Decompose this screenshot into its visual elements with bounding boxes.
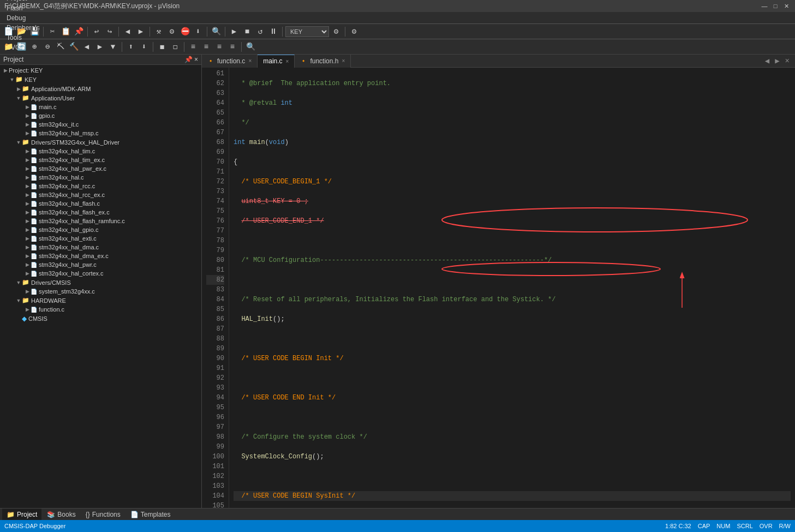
stop2-btn[interactable]: ■: [241, 26, 253, 38]
open-file-btn[interactable]: 📂: [15, 26, 27, 38]
t2-btn5[interactable]: ⛏: [55, 41, 67, 53]
tab-project[interactable]: 📁 Project: [2, 509, 41, 520]
tab-function-c[interactable]: 🔸 function.c ×: [202, 55, 258, 68]
sidebar-item-drivers-hal[interactable]: ▼ 📁 Drivers/STM32G4xx_HAL_Driver: [0, 138, 201, 147]
t2-btn1[interactable]: 📁: [2, 41, 14, 53]
sidebar-item-hal-flash[interactable]: ▶ 📄 stm32g4xx_hal_flash.c: [0, 199, 201, 208]
project-tab-label: Project: [17, 511, 37, 518]
tabs-scroll-right[interactable]: ▶: [773, 56, 781, 65]
file-icon-gpio: 📄: [31, 113, 37, 119]
code-editor[interactable]: 6162636465 6667686970 7172737475 7677787…: [202, 68, 795, 508]
sidebar-item-hal-tim-ex[interactable]: ▶ 📄 stm32g4xx_hal_tim_ex.c: [0, 156, 201, 164]
tab-main-c[interactable]: main.c ×: [258, 55, 295, 68]
nav-fwd-btn[interactable]: ▶: [135, 26, 147, 38]
tab-label-function-h: function.h: [310, 57, 338, 65]
t2-btn4[interactable]: ⊖: [41, 41, 53, 53]
folder-icon-user: 📁: [22, 94, 29, 101]
target-select[interactable]: KEY: [285, 26, 329, 37]
sidebar-item-app-user[interactable]: ▼ 📁 Application/User: [0, 93, 201, 103]
cut-btn[interactable]: ✂: [46, 26, 58, 38]
run-btn[interactable]: ▶: [228, 26, 240, 38]
code-content[interactable]: * @brief The application entry point. * …: [229, 68, 795, 508]
sidebar-item-msp-c[interactable]: ▶ 📄 stm32g4xx_hal_msp.c: [0, 129, 201, 138]
sidebar-item-hal-pwr[interactable]: ▶ 📄 stm32g4xx_hal_pwr.c: [0, 260, 201, 269]
t2-btn17[interactable]: ≡: [226, 41, 238, 53]
breakall-btn[interactable]: ⏸: [267, 26, 279, 38]
sidebar-item-function-c[interactable]: ▶ 📄 function.c: [0, 305, 201, 314]
titlebar-controls[interactable]: — □ ✕: [760, 2, 791, 10]
save-btn[interactable]: 💾: [28, 26, 40, 38]
tab-close-main[interactable]: ×: [286, 58, 289, 64]
t2-btn14[interactable]: ≡: [187, 41, 199, 53]
t2-btn8[interactable]: ▶: [94, 41, 106, 53]
sidebar-item-hal-cortex[interactable]: ▶ 📄 stm32g4xx_hal_cortex.c: [0, 269, 201, 278]
menubar: FileEditViewProjectFlashDebugPeripherals…: [0, 12, 795, 24]
sidebar-item-hardware[interactable]: ▼ 📁 HARDWARE: [0, 296, 201, 305]
menu-item-debug[interactable]: Debug: [2, 13, 44, 23]
t2-btn3[interactable]: ⊕: [28, 41, 40, 53]
editor-tabs: 🔸 function.c × main.c × 🔸 function.h × ◀…: [202, 55, 795, 68]
sidebar-item-hal-exti[interactable]: ▶ 📄 stm32g4xx_hal_exti.c: [0, 234, 201, 243]
maximize-button[interactable]: □: [771, 2, 780, 10]
sidebar-item-hal-rcc-ex[interactable]: ▶ 📄 stm32g4xx_hal_rcc_ex.c: [0, 190, 201, 199]
tab-function-h[interactable]: 🔸 function.h ×: [295, 55, 351, 68]
paste-btn[interactable]: 📌: [73, 26, 85, 38]
sidebar-item-hal-gpio[interactable]: ▶ 📄 stm32g4xx_hal_gpio.c: [0, 225, 201, 234]
tab-templates[interactable]: 📄 Templates: [126, 509, 175, 520]
build-all-btn[interactable]: ⚙: [166, 26, 178, 38]
tab-close-function-h[interactable]: ×: [342, 58, 345, 64]
tabs-close-all[interactable]: ×: [783, 57, 792, 65]
new-file-btn[interactable]: 📄: [2, 26, 14, 38]
sidebar-item-hal-pwr-ex[interactable]: ▶ 📄 stm32g4xx_hal_pwr_ex.c: [0, 164, 201, 173]
menu-item-flash[interactable]: Flash: [2, 3, 44, 13]
tab-functions[interactable]: {} Functions: [81, 509, 125, 520]
t2-btn9[interactable]: ▼: [107, 41, 119, 53]
redo-btn[interactable]: ↪: [104, 26, 116, 38]
sidebar-item-it-c[interactable]: ▶ 📄 stm32g4xx_it.c: [0, 120, 201, 129]
more-btn[interactable]: ⚙: [348, 26, 360, 38]
t2-btn2[interactable]: 🔄: [15, 41, 27, 53]
tab-books[interactable]: 📚 Books: [43, 509, 80, 520]
target-options-btn[interactable]: ⚙: [330, 26, 342, 38]
t2-btn12[interactable]: ◼: [156, 41, 168, 53]
sidebar-item-hal-dma[interactable]: ▶ 📄 stm32g4xx_hal_dma.c: [0, 243, 201, 252]
tab-close-function[interactable]: ×: [248, 58, 252, 64]
minimize-button[interactable]: —: [760, 2, 769, 10]
copy-btn[interactable]: 📋: [59, 26, 71, 38]
sidebar-item-hal[interactable]: ▶ 📄 stm32g4xx_hal.c: [0, 173, 201, 182]
sidebar-item-hal-rcc[interactable]: ▶ 📄 stm32g4xx_hal_rcc.c: [0, 182, 201, 190]
sidebar-item-gpio-c[interactable]: ▶ 📄 gpio.c: [0, 111, 201, 120]
debug-btn[interactable]: 🔍: [210, 26, 222, 38]
t2-btn6[interactable]: 🔨: [68, 41, 80, 53]
t2-debug-small[interactable]: 🔍: [244, 41, 256, 53]
tabs-scroll-left[interactable]: ◀: [763, 56, 772, 65]
download-btn[interactable]: ⬇: [192, 26, 204, 38]
sidebar-item-project[interactable]: ▶ Project: KEY: [0, 66, 201, 75]
sidebar-item-hal-dma-ex[interactable]: ▶ 📄 stm32g4xx_hal_dma_ex.c: [0, 252, 201, 260]
sidebar-item-hal-flash-ex[interactable]: ▶ 📄 stm32g4xx_hal_flash_ex.c: [0, 208, 201, 217]
nav-back-btn[interactable]: ◀: [122, 26, 134, 38]
t2-btn15[interactable]: ≡: [200, 41, 212, 53]
sidebar-unpin-btn[interactable]: 📌 ×: [184, 56, 198, 63]
t2-btn16[interactable]: ≡: [213, 41, 225, 53]
build-btn[interactable]: ⚒: [153, 26, 165, 38]
sidebar-item-main-c[interactable]: ▶ 📄 main.c: [0, 103, 201, 111]
templates-tab-label: Templates: [141, 511, 171, 518]
bottom-tabs: 📁 Project 📚 Books {} Functions 📄 Templat…: [0, 508, 795, 520]
sidebar-item-sys-stm32[interactable]: ▶ 📄 system_stm32g4xx.c: [0, 287, 201, 296]
stop-btn[interactable]: ⛔: [179, 26, 191, 38]
reset-btn[interactable]: ↺: [254, 26, 266, 38]
t2-btn7[interactable]: ◀: [81, 41, 93, 53]
sidebar-item-drivers-cmsis[interactable]: ▼ 📁 Drivers/CMSIS: [0, 278, 201, 287]
sidebar-item-cmsis[interactable]: ◆ CMSIS: [0, 314, 201, 324]
sidebar-item-app-mdk[interactable]: ▶ 📁 Application/MDK-ARM: [0, 84, 201, 93]
t2-btn10[interactable]: ⬆: [125, 41, 137, 53]
undo-btn[interactable]: ↩: [91, 26, 103, 38]
sidebar-item-key[interactable]: ▼ 📁 KEY: [0, 75, 201, 84]
t2-btn11[interactable]: ⬇: [138, 41, 150, 53]
close-button[interactable]: ✕: [782, 2, 791, 10]
sidebar-item-hal-tim[interactable]: ▶ 📄 stm32g4xx_hal_tim.c: [0, 147, 201, 156]
t2-btn13[interactable]: ◻: [169, 41, 181, 53]
expand-icon-mdk: ▶: [15, 86, 22, 92]
sidebar-item-hal-flash-ram[interactable]: ▶ 📄 stm32g4xx_hal_flash_ramfunc.c: [0, 217, 201, 225]
